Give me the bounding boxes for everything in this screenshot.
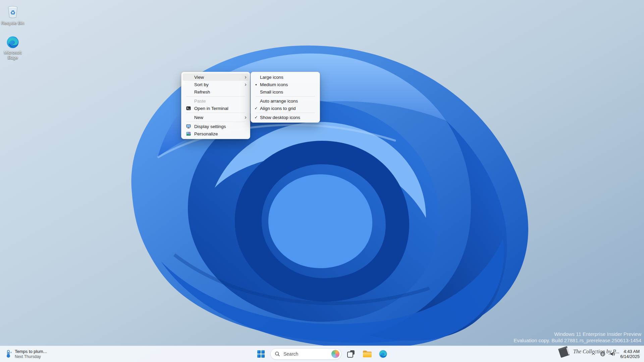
submenu-item-auto-arrange-icons[interactable]: Auto arrange icons [252, 97, 318, 105]
tray-time: 4:43 AM [620, 349, 640, 354]
personalize-icon [183, 131, 194, 136]
thermometer-icon [5, 349, 12, 359]
menu-item-open-in-terminal[interactable]: Open in Terminal [183, 105, 249, 112]
tray-date: 6/14/2025 [620, 354, 640, 359]
recycle-bin-icon: ♻ [5, 4, 20, 19]
bloom-wallpaper [0, 0, 644, 362]
radio-selected-icon: ● [252, 83, 260, 86]
desktop-context-menu: View › Sort by › Refresh Paste Open in T… [181, 72, 250, 139]
hidden-icons-button[interactable] [589, 348, 597, 360]
desktop-icon-recycle-bin[interactable]: ♻ Recycle Bin [0, 4, 27, 25]
desktop-icon-microsoft-edge[interactable]: Microsoft Edge [0, 36, 27, 60]
menu-item-view[interactable]: View › [183, 73, 249, 81]
chevron-right-icon: › [245, 114, 247, 121]
menu-item-paste: Paste [183, 97, 249, 105]
menu-item-new[interactable]: New › [183, 114, 249, 121]
menu-item-personalize[interactable]: Personalize [183, 130, 249, 137]
submenu-item-large-icons[interactable]: Large icons [252, 73, 318, 81]
menu-separator [256, 113, 315, 113]
edge-taskbar-button[interactable] [376, 347, 390, 361]
search-highlight-icon[interactable] [331, 350, 339, 358]
network-globe-icon [600, 351, 605, 357]
chevron-up-icon [591, 352, 596, 356]
submenu-item-small-icons[interactable]: Small icons [252, 88, 318, 96]
start-button[interactable] [254, 347, 268, 361]
search-input[interactable] [283, 351, 329, 357]
edge-icon [6, 36, 19, 49]
desktop-background[interactable] [0, 0, 644, 362]
clock-button[interactable]: 4:43 AM 6/14/2025 [618, 349, 642, 359]
eval-line2: Evaluation copy. Build 27881.rs_prerelea… [514, 337, 641, 344]
widget-text: Temps to plum... Next Thursday [15, 349, 47, 359]
system-tray: 4:43 AM 6/14/2025 [589, 347, 642, 361]
submenu-item-medium-icons[interactable]: ● Medium icons [252, 81, 318, 88]
menu-separator [186, 122, 245, 122]
network-button[interactable] [598, 348, 607, 360]
menu-separator [186, 96, 245, 97]
submenu-item-show-desktop-icons[interactable]: ✓ Show desktop icons [252, 114, 318, 121]
taskbar: Temps to plum... Next Thursday [0, 346, 644, 362]
taskbar-center [254, 347, 390, 361]
menu-separator [256, 96, 315, 97]
taskbar-search-box[interactable] [270, 348, 341, 360]
speaker-icon [610, 351, 615, 357]
widget-line1: Temps to plum... [15, 349, 47, 354]
menu-item-sort-by[interactable]: Sort by › [183, 81, 249, 88]
menu-separator [186, 113, 245, 113]
desktop-icon-label: Microsoft Edge [0, 50, 27, 60]
folder-icon [363, 350, 372, 358]
windows-logo-icon [257, 350, 265, 358]
file-explorer-button[interactable] [360, 347, 374, 361]
menu-item-display-settings[interactable]: Display settings [183, 123, 249, 130]
edge-icon [379, 350, 387, 358]
svg-text:♻: ♻ [10, 9, 15, 16]
submenu-item-align-icons-to-grid[interactable]: ✓ Align icons to grid [252, 105, 318, 112]
eval-line1: Windows 11 Enterprise Insider Preview [514, 331, 641, 337]
chevron-right-icon: › [245, 81, 247, 88]
volume-button[interactable] [608, 348, 617, 360]
check-icon: ✓ [252, 106, 260, 111]
desktop-icon-label: Recycle Bin [1, 20, 24, 25]
check-icon: ✓ [252, 115, 260, 120]
menu-item-refresh[interactable]: Refresh [183, 88, 249, 96]
task-view-icon [347, 350, 355, 358]
widget-line2: Next Thursday [15, 354, 47, 359]
weather-widget-button[interactable]: Temps to plum... Next Thursday [1, 347, 50, 361]
terminal-icon [183, 106, 194, 111]
task-view-button[interactable] [344, 347, 358, 361]
evaluation-watermark: Windows 11 Enterprise Insider Preview Ev… [514, 331, 641, 344]
search-icon [275, 351, 280, 357]
chevron-right-icon: › [245, 74, 247, 80]
view-submenu: Large icons ● Medium icons Small icons A… [251, 72, 320, 123]
display-icon [183, 124, 194, 129]
